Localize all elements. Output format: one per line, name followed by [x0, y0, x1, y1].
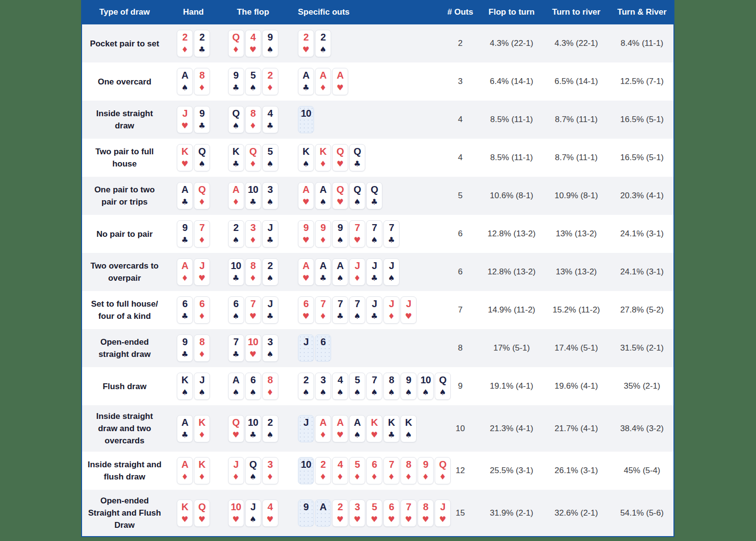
card-rank: 4 — [337, 375, 343, 385]
playing-card: 8♦ — [262, 373, 278, 400]
spade-icon: ♠ — [267, 274, 273, 282]
hand-cards: K♥Q♥ — [177, 499, 210, 527]
spade-icon: ♠ — [198, 389, 205, 396]
card-rank: 9 — [320, 223, 326, 232]
draw-type-label: Inside straight draw and two overcards — [82, 405, 167, 452]
playing-card: J♣ — [262, 296, 278, 324]
card-rank: J — [389, 261, 394, 270]
card-rank: 6 — [199, 299, 205, 309]
card-rank: 7 — [389, 223, 394, 232]
spade-icon: ♠ — [267, 431, 273, 439]
turn-to-river-value: 32.6% (2-1) — [542, 508, 610, 518]
card-rank: 9 — [199, 108, 205, 118]
card-rank: K — [232, 146, 239, 156]
spade-icon: ♠ — [302, 389, 309, 396]
any-card: 9 — [298, 499, 314, 527]
spade-icon: ♠ — [181, 84, 188, 92]
spade-icon: ♠ — [354, 389, 360, 396]
outs-count: 5 — [440, 191, 481, 201]
club-icon: ♣ — [354, 160, 360, 168]
card-rank: J — [182, 108, 188, 118]
playing-card: A♦ — [315, 68, 331, 95]
card-rank: Q — [354, 146, 361, 156]
any-card: A — [315, 499, 331, 527]
card-rank: 6 — [251, 375, 256, 385]
playing-card: A♥ — [332, 68, 348, 95]
card-rank: 6 — [233, 299, 239, 309]
card-rank: 7 — [199, 223, 205, 232]
header-the-flop: The flop — [220, 8, 286, 17]
heart-icon: ♥ — [250, 46, 256, 54]
playing-card: Q♥ — [332, 182, 348, 209]
playing-card: Q♦ — [245, 144, 261, 171]
card-rank: K — [320, 146, 327, 156]
card-rank: J — [268, 223, 273, 232]
playing-card: Q♠ — [245, 457, 261, 484]
outs-count: 9 — [440, 381, 481, 391]
card-rank: J — [303, 337, 309, 347]
playing-card: K♦ — [315, 144, 331, 171]
playing-card: Q♦ — [194, 182, 210, 209]
card-rank: 7 — [337, 299, 343, 309]
card-rank: 2 — [320, 32, 326, 42]
playing-card: J♦ — [383, 296, 399, 324]
heart-icon: ♥ — [405, 516, 412, 523]
card-rank: 2 — [233, 223, 239, 232]
outs-cards: 9A2♥3♥5♥6♥7♥8♥J♥ — [298, 499, 451, 527]
card-rank: J — [199, 261, 205, 270]
playing-card: 3♦ — [262, 457, 278, 484]
heart-icon: ♥ — [302, 312, 309, 320]
outs-cards: 10 — [298, 106, 314, 133]
hand-cards: K♥Q♠ — [177, 144, 210, 171]
playing-card: 8♦ — [194, 334, 210, 362]
playing-card: K♠ — [298, 144, 314, 171]
draw-type-label: Two pair to full house — [82, 141, 167, 175]
hand-cards: A♣Q♦ — [177, 182, 210, 209]
card-rank: Q — [249, 146, 256, 156]
playing-card: 2♠ — [228, 220, 244, 248]
card-rank: A — [320, 261, 327, 270]
playing-card: J♦ — [349, 258, 365, 286]
draw-type-label: Pocket pair to set — [82, 33, 167, 55]
card-rank: J — [372, 261, 377, 270]
playing-card: A♥ — [298, 258, 314, 286]
card-rank: Q — [354, 185, 361, 194]
diamond-icon: ♦ — [319, 84, 326, 92]
club-icon: ♣ — [181, 236, 188, 244]
playing-card: K♠ — [400, 415, 417, 442]
playing-card: 6♠ — [228, 296, 244, 324]
playing-card: 2♠ — [262, 415, 278, 442]
turn-to-river-value: 4.3% (22-1) — [542, 39, 610, 48]
playing-card: 4♣ — [262, 106, 278, 133]
card-rank: 4 — [268, 108, 273, 118]
playing-card: A♠ — [177, 68, 193, 95]
table-body: Pocket pair to set 2♦2♣ Q♦4♥9♠ 2♥2♠ 2 4.… — [82, 24, 673, 536]
turn-to-river-value: 15.2% (11-2) — [542, 305, 610, 315]
club-icon: ♣ — [198, 46, 205, 54]
playing-card: Q♥ — [332, 144, 348, 171]
card-rank: J — [406, 299, 411, 309]
card-rank: Q — [232, 32, 239, 42]
diamond-icon: ♦ — [405, 473, 412, 481]
hand-cards: J♥9♣ — [177, 106, 210, 133]
outs-count: 12 — [440, 466, 481, 476]
outs-count: 7 — [440, 305, 481, 315]
table-row: No pair to pair 9♣7♦ 2♠3♦J♣ 9♥9♦9♠7♥7♠7♣… — [82, 215, 673, 253]
hand-cards: 9♣8♦ — [177, 334, 210, 362]
playing-card: J♣ — [366, 296, 382, 324]
heart-icon: ♥ — [336, 84, 343, 92]
outs-cards: A♥A♣A♠J♦J♣J♠ — [298, 258, 399, 286]
card-rank: Q — [232, 108, 239, 118]
card-rank: 5 — [372, 502, 377, 512]
playing-card: 2♥ — [332, 499, 348, 527]
card-rank: 6 — [372, 459, 377, 469]
outs-cards: JA♦A♥A♠K♥K♣K♠ — [298, 415, 417, 442]
header-turn-and-river: Turn & River — [610, 8, 673, 17]
outs-cards: J6 — [298, 334, 331, 362]
heart-icon: ♥ — [181, 122, 188, 130]
spade-icon: ♠ — [388, 389, 395, 396]
playing-card: 7♦ — [315, 296, 331, 324]
outs-cards: K♠K♦Q♥Q♣ — [298, 144, 365, 171]
card-rank: Q — [198, 146, 206, 156]
spade-icon: ♠ — [302, 160, 309, 168]
